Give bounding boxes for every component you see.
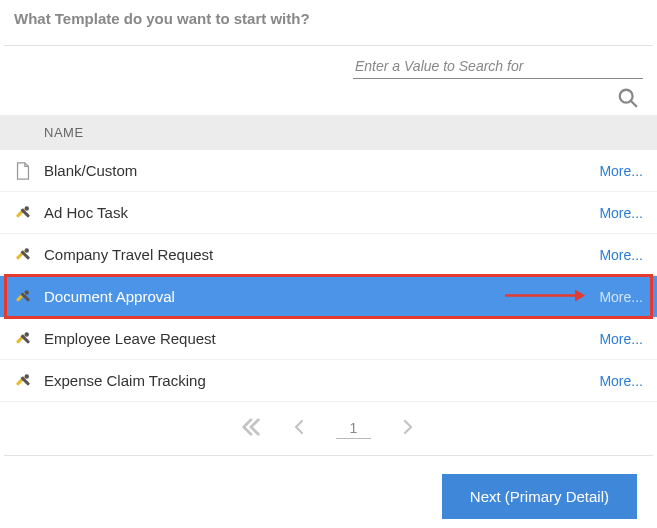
template-row[interactable]: Expense Claim TrackingMore... (0, 360, 657, 402)
more-link[interactable]: More... (599, 247, 643, 263)
tools-icon (14, 246, 44, 264)
template-row[interactable]: Employee Leave RequestMore... (0, 318, 657, 360)
next-button[interactable]: Next (Primary Detail) (442, 474, 637, 519)
more-link[interactable]: More... (599, 163, 643, 179)
template-row[interactable]: Ad Hoc TaskMore... (0, 192, 657, 234)
template-name: Ad Hoc Task (44, 204, 599, 221)
template-name: Expense Claim Tracking (44, 372, 599, 389)
svg-line-1 (631, 101, 637, 107)
svg-point-6 (25, 248, 30, 253)
page-title: What Template do you want to start with? (0, 0, 657, 45)
template-row[interactable]: Blank/CustomMore... (0, 150, 657, 192)
tools-icon (14, 330, 44, 348)
svg-point-14 (25, 332, 30, 337)
more-link[interactable]: More... (599, 205, 643, 221)
svg-point-17 (25, 374, 30, 379)
tools-icon (14, 372, 44, 390)
pager-first-icon[interactable] (240, 416, 262, 441)
pager-prev-icon[interactable] (290, 416, 308, 441)
pager: 1 (0, 402, 657, 449)
search-input[interactable] (353, 54, 643, 79)
pager-current-page: 1 (336, 418, 372, 439)
svg-marker-12 (575, 289, 585, 301)
template-name: Company Travel Request (44, 246, 599, 263)
template-row[interactable]: Document ApprovalMore... (0, 276, 657, 318)
template-row[interactable]: Company Travel RequestMore... (0, 234, 657, 276)
callout-arrow-icon (505, 288, 585, 305)
tools-icon (14, 288, 44, 306)
search-icon[interactable] (617, 87, 639, 109)
document-icon (14, 161, 44, 181)
more-link[interactable]: More... (599, 289, 643, 305)
more-link[interactable]: More... (599, 331, 643, 347)
svg-point-9 (25, 290, 30, 295)
pager-next-icon[interactable] (399, 416, 417, 441)
svg-point-3 (25, 206, 30, 211)
column-header-name: NAME (0, 115, 657, 150)
template-name: Blank/Custom (44, 162, 599, 179)
more-link[interactable]: More... (599, 373, 643, 389)
template-name: Employee Leave Request (44, 330, 599, 347)
tools-icon (14, 204, 44, 222)
